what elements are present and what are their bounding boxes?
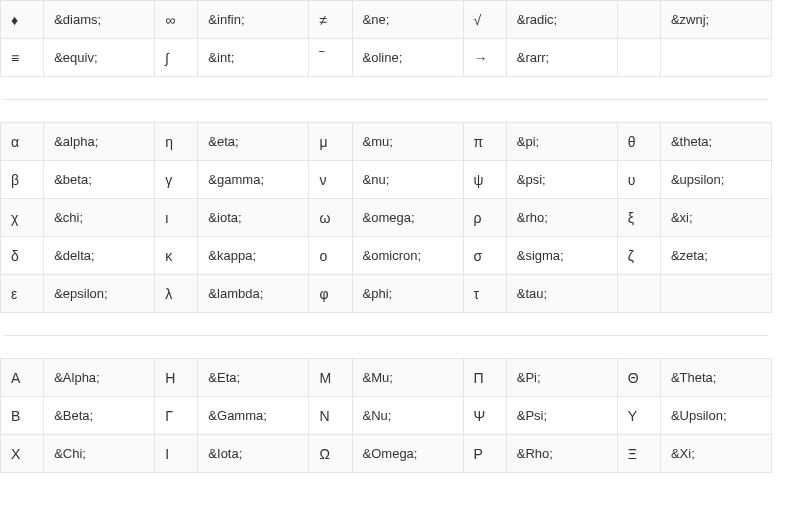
symbol-cell: Μ [309, 359, 352, 397]
symbol-cell [617, 275, 660, 313]
symbol-cell: ρ [463, 199, 506, 237]
code-cell: &Eta; [198, 359, 309, 397]
table-row: Α &Alpha; Η &Eta; Μ &Mu; Π &Pi; Θ &Theta… [1, 359, 772, 397]
code-cell: &tau; [506, 275, 617, 313]
symbol-cell: η [155, 123, 198, 161]
code-cell: &Iota; [198, 435, 309, 473]
entity-table-greek-upper: Α &Alpha; Η &Eta; Μ &Mu; Π &Pi; Θ &Theta… [0, 358, 772, 473]
code-cell: &mu; [352, 123, 463, 161]
entity-table-symbols: ♦ &diams; ∞ &infin; ≠ &ne; √ &radic; &zw… [0, 0, 772, 77]
code-cell: &Alpha; [44, 359, 155, 397]
symbol-cell: Θ [617, 359, 660, 397]
code-cell: &Theta; [660, 359, 771, 397]
symbol-cell: ∫ [155, 39, 198, 77]
symbol-cell: γ [155, 161, 198, 199]
table-row: ♦ &diams; ∞ &infin; ≠ &ne; √ &radic; &zw… [1, 1, 772, 39]
code-cell: &phi; [352, 275, 463, 313]
code-cell: &pi; [506, 123, 617, 161]
symbol-cell: ≡ [1, 39, 44, 77]
table-row: Χ &Chi; Ι &Iota; Ω &Omega; Ρ &Rho; Ξ &Xi… [1, 435, 772, 473]
symbol-cell [617, 1, 660, 39]
symbol-cell: Ω [309, 435, 352, 473]
table-row: χ &chi; ι &iota; ω &omega; ρ &rho; ξ &xi… [1, 199, 772, 237]
table-row: β &beta; γ &gamma; ν &nu; ψ &psi; υ &ups… [1, 161, 772, 199]
code-cell: &omega; [352, 199, 463, 237]
symbol-cell: χ [1, 199, 44, 237]
code-cell: &beta; [44, 161, 155, 199]
code-cell: &radic; [506, 1, 617, 39]
symbol-cell: λ [155, 275, 198, 313]
table-row: ε &epsilon; λ &lambda; φ &phi; τ &tau; [1, 275, 772, 313]
symbol-cell: Ρ [463, 435, 506, 473]
code-cell: &upsilon; [660, 161, 771, 199]
code-cell: &equiv; [44, 39, 155, 77]
symbol-cell: ζ [617, 237, 660, 275]
code-cell: &oline; [352, 39, 463, 77]
symbol-cell: Α [1, 359, 44, 397]
symbol-cell: Ν [309, 397, 352, 435]
symbol-cell: ι [155, 199, 198, 237]
table-row: Β &Beta; Γ &Gamma; Ν &Nu; Ψ &Psi; Υ &Ups… [1, 397, 772, 435]
table-row: δ &delta; κ &kappa; ο &omicron; σ &sigma… [1, 237, 772, 275]
code-cell: &Chi; [44, 435, 155, 473]
code-cell: &Beta; [44, 397, 155, 435]
code-cell: &Xi; [660, 435, 771, 473]
symbol-cell: Χ [1, 435, 44, 473]
symbol-cell: Η [155, 359, 198, 397]
symbol-cell: Ξ [617, 435, 660, 473]
symbol-cell: τ [463, 275, 506, 313]
symbol-cell: Ψ [463, 397, 506, 435]
code-cell: &Upsilon; [660, 397, 771, 435]
code-cell: &kappa; [198, 237, 309, 275]
symbol-cell: → [463, 39, 506, 77]
code-cell: &int; [198, 39, 309, 77]
symbol-cell: Υ [617, 397, 660, 435]
code-cell: &Gamma; [198, 397, 309, 435]
code-cell: &sigma; [506, 237, 617, 275]
symbol-cell: π [463, 123, 506, 161]
symbol-cell: θ [617, 123, 660, 161]
symbol-cell: φ [309, 275, 352, 313]
code-cell: &iota; [198, 199, 309, 237]
code-cell: &eta; [198, 123, 309, 161]
page-container: ♦ &diams; ∞ &infin; ≠ &ne; √ &radic; &zw… [0, 0, 788, 473]
code-cell: &omicron; [352, 237, 463, 275]
code-cell: &ne; [352, 1, 463, 39]
code-cell: &delta; [44, 237, 155, 275]
entity-table-greek-lower: α &alpha; η &eta; μ &mu; π &pi; θ &theta… [0, 122, 772, 313]
symbol-cell: Π [463, 359, 506, 397]
code-cell: &nu; [352, 161, 463, 199]
symbol-cell: υ [617, 161, 660, 199]
code-cell: &chi; [44, 199, 155, 237]
symbol-cell: ∞ [155, 1, 198, 39]
code-cell: &psi; [506, 161, 617, 199]
symbol-cell: ε [1, 275, 44, 313]
symbol-cell: ≠ [309, 1, 352, 39]
code-cell: &Rho; [506, 435, 617, 473]
symbol-cell: ψ [463, 161, 506, 199]
symbol-cell: δ [1, 237, 44, 275]
symbol-cell: Ι [155, 435, 198, 473]
table-row: α &alpha; η &eta; μ &mu; π &pi; θ &theta… [1, 123, 772, 161]
symbol-cell: ξ [617, 199, 660, 237]
symbol-cell: ω [309, 199, 352, 237]
symbol-cell: α [1, 123, 44, 161]
symbol-cell: κ [155, 237, 198, 275]
symbol-cell: √ [463, 1, 506, 39]
symbol-cell: Γ [155, 397, 198, 435]
table-row: ≡ &equiv; ∫ &int; ‾ &oline; → &rarr; [1, 39, 772, 77]
symbol-cell: Β [1, 397, 44, 435]
code-cell: &gamma; [198, 161, 309, 199]
code-cell: &Psi; [506, 397, 617, 435]
code-cell: &rho; [506, 199, 617, 237]
code-cell: &infin; [198, 1, 309, 39]
code-cell: &Pi; [506, 359, 617, 397]
code-cell: &theta; [660, 123, 771, 161]
symbol-cell: μ [309, 123, 352, 161]
code-cell: &Mu; [352, 359, 463, 397]
code-cell: &zeta; [660, 237, 771, 275]
code-cell [660, 39, 771, 77]
symbol-cell: σ [463, 237, 506, 275]
symbol-cell: ‾ [309, 39, 352, 77]
code-cell: &xi; [660, 199, 771, 237]
